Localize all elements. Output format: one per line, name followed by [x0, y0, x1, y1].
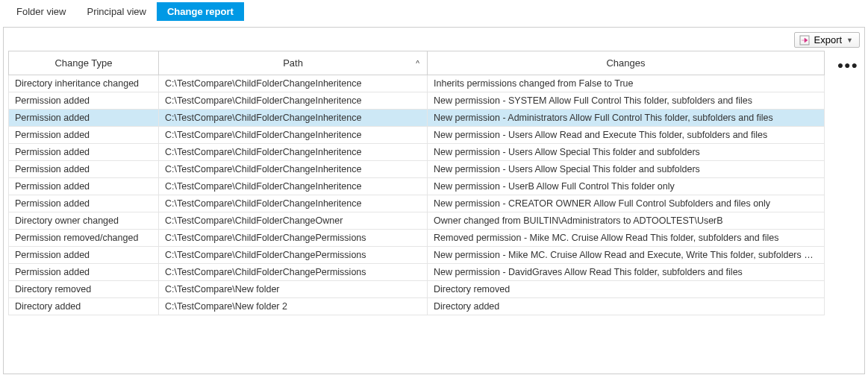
export-button[interactable]: Export ▼ [794, 32, 861, 48]
cell-change-type: Permission added [9, 161, 159, 178]
table-row[interactable]: Permission addedC:\TestCompare\ChildFold… [9, 195, 825, 212]
cell-changes: Inherits permissions changed from False … [428, 75, 825, 92]
cell-change-type: Permission removed/changed [9, 230, 159, 247]
cell-change-type: Permission added [9, 110, 159, 127]
tab-change-report[interactable]: Change report [157, 2, 244, 21]
cell-path: C:\TestCompare\New folder [159, 281, 428, 298]
table-row[interactable]: Directory inheritance changedC:\TestComp… [9, 75, 825, 92]
tab-folder-view[interactable]: Folder view [6, 2, 76, 21]
cell-change-type: Permission added [9, 127, 159, 144]
cell-path: C:\TestCompare\ChildFolderChangeInherite… [159, 75, 428, 92]
table-row[interactable]: Permission addedC:\TestCompare\ChildFold… [9, 247, 825, 264]
cell-changes: Removed permission - Mike MC. Cruise All… [428, 230, 825, 247]
cell-changes: New permission - SYSTEM Allow Full Contr… [428, 92, 825, 110]
cell-path: C:\TestCompare\ChildFolderChangeInherite… [159, 178, 428, 195]
table-row[interactable]: Permission addedC:\TestCompare\ChildFold… [9, 127, 825, 144]
cell-changes: New permission - Administrators Allow Fu… [428, 110, 825, 127]
cell-change-type: Directory inheritance changed [9, 75, 159, 92]
col-header-change-type[interactable]: Change Type [9, 51, 159, 75]
view-tabs: Folder view Principal view Change report [0, 0, 868, 22]
cell-change-type: Permission added [9, 195, 159, 212]
cell-change-type: Directory added [9, 298, 159, 315]
cell-changes: Owner changed from BUILTIN\Administrator… [428, 212, 825, 230]
cell-change-type: Permission added [9, 144, 159, 161]
table-row[interactable]: Directory removedC:\TestCompare\New fold… [9, 281, 825, 298]
cell-change-type: Permission added [9, 264, 159, 281]
cell-change-type: Permission added [9, 92, 159, 110]
cell-change-type: Permission added [9, 178, 159, 195]
col-header-label: Changes [606, 57, 645, 69]
cell-changes: New permission - Mike MC. Cruise Allow R… [428, 247, 825, 264]
cell-path: C:\TestCompare\New folder 2 [159, 298, 428, 315]
overflow-dots[interactable]: ●●● [837, 59, 858, 71]
cell-changes: New permission - Users Allow Read and Ex… [428, 127, 825, 144]
cell-path: C:\TestCompare\ChildFolderChangePermissi… [159, 264, 428, 281]
change-report-table: Change Type Path ^ Changes Directory inh… [8, 51, 825, 315]
cell-path: C:\TestCompare\ChildFolderChangeInherite… [159, 161, 428, 178]
cell-path: C:\TestCompare\ChildFolderChangePermissi… [159, 230, 428, 247]
table-wrapper: Change Type Path ^ Changes Directory inh… [4, 51, 864, 374]
cell-change-type: Directory owner changed [9, 212, 159, 230]
table-row[interactable]: Permission addedC:\TestCompare\ChildFold… [9, 110, 825, 127]
cell-change-type: Directory removed [9, 281, 159, 298]
sort-asc-icon: ^ [416, 59, 419, 67]
cell-path: C:\TestCompare\ChildFolderChangeInherite… [159, 195, 428, 212]
tab-principal-view[interactable]: Principal view [76, 2, 156, 21]
table-row[interactable]: Directory owner changedC:\TestCompare\Ch… [9, 212, 825, 230]
table-row[interactable]: Permission removed/changedC:\TestCompare… [9, 230, 825, 247]
cell-path: C:\TestCompare\ChildFolderChangeInherite… [159, 127, 428, 144]
table-row[interactable]: Directory addedC:\TestCompare\New folder… [9, 298, 825, 315]
cell-path: C:\TestCompare\ChildFolderChangeInherite… [159, 92, 428, 110]
cell-path: C:\TestCompare\ChildFolderChangeInherite… [159, 110, 428, 127]
chevron-down-icon: ▼ [846, 37, 853, 44]
cell-change-type: Permission added [9, 247, 159, 264]
cell-changes: New permission - Users Allow Special Thi… [428, 144, 825, 161]
col-header-label: Path [283, 57, 303, 69]
export-label: Export [814, 34, 843, 45]
col-header-path[interactable]: Path ^ [159, 51, 428, 75]
col-header-changes[interactable]: Changes [428, 51, 825, 75]
col-header-label: Change Type [54, 57, 112, 69]
table-row[interactable]: Permission addedC:\TestCompare\ChildFold… [9, 144, 825, 161]
table-row[interactable]: Permission addedC:\TestCompare\ChildFold… [9, 178, 825, 195]
cell-changes: Directory added [428, 298, 825, 315]
report-panel: Export ▼ ●●● Change Type Path ^ [3, 27, 865, 374]
toolbar: Export ▼ [4, 28, 864, 51]
table-row[interactable]: Permission addedC:\TestCompare\ChildFold… [9, 92, 825, 110]
cell-path: C:\TestCompare\ChildFolderChangeOwner [159, 212, 428, 230]
cell-path: C:\TestCompare\ChildFolderChangePermissi… [159, 247, 428, 264]
table-row[interactable]: Permission addedC:\TestCompare\ChildFold… [9, 161, 825, 178]
table-row[interactable]: Permission addedC:\TestCompare\ChildFold… [9, 264, 825, 281]
export-icon [799, 35, 810, 45]
cell-changes: New permission - DavidGraves Allow Read … [428, 264, 825, 281]
cell-changes: New permission - CREATOR OWNER Allow Ful… [428, 195, 825, 212]
cell-changes: New permission - UserB Allow Full Contro… [428, 178, 825, 195]
cell-changes: New permission - Users Allow Special Thi… [428, 161, 825, 178]
cell-changes: Directory removed [428, 281, 825, 298]
cell-path: C:\TestCompare\ChildFolderChangeInherite… [159, 144, 428, 161]
